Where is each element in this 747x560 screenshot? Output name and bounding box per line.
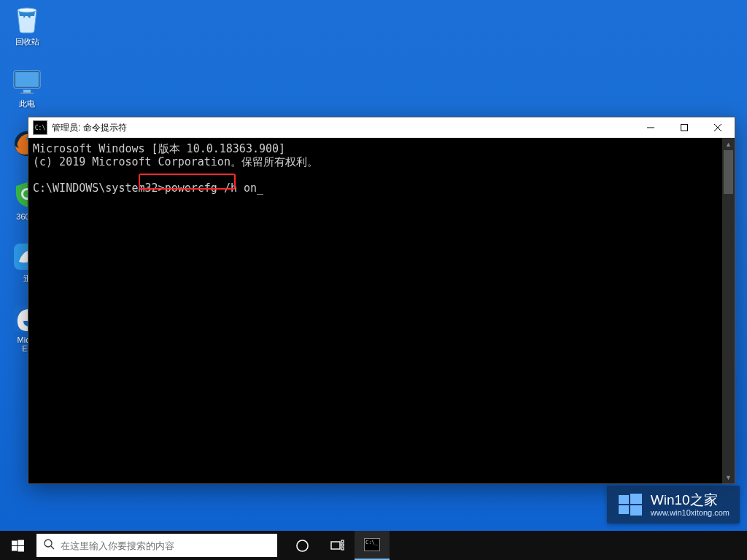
window-titlebar[interactable]: C:\ 管理员: 命令提示符 — [28, 117, 735, 138]
watermark-title: Win10之家 — [651, 492, 729, 508]
svg-rect-16 — [630, 494, 642, 504]
svg-rect-22 — [18, 546, 24, 552]
svg-rect-21 — [12, 546, 18, 551]
svg-rect-26 — [331, 542, 340, 549]
svg-rect-12 — [681, 125, 688, 131]
terminal-line: (c) 2019 Microsoft Corporation。保留所有权利。 — [33, 155, 318, 168]
terminal-scrollbar[interactable]: ▲ ▼ — [722, 138, 735, 483]
scroll-down-button[interactable]: ▼ — [722, 471, 735, 483]
svg-point-25 — [296, 540, 307, 551]
svg-rect-4 — [20, 93, 34, 94]
window-title: 管理员: 命令提示符 — [52, 122, 634, 134]
svg-rect-27 — [341, 540, 344, 542]
task-view-button[interactable] — [320, 531, 355, 560]
scroll-thumb[interactable] — [724, 150, 733, 194]
minimize-button[interactable] — [634, 117, 667, 138]
search-icon — [44, 539, 55, 552]
recycle-bin-icon — [12, 4, 42, 35]
svg-rect-29 — [341, 548, 344, 550]
command-prompt-window: C:\ 管理员: 命令提示符 Microsoft Windows [版本 10.… — [28, 117, 735, 484]
terminal-body[interactable]: Microsoft Windows [版本 10.0.18363.900] (c… — [28, 138, 735, 483]
svg-rect-17 — [619, 505, 629, 514]
taskbar-search[interactable] — [36, 534, 277, 557]
terminal-output: Microsoft Windows [版本 10.0.18363.900] (c… — [33, 142, 720, 195]
terminal-line: Microsoft Windows [版本 10.0.18363.900] — [33, 142, 285, 155]
desktop-icon-label: 此电 — [19, 98, 35, 109]
cortana-button[interactable] — [285, 531, 320, 560]
watermark-url: www.win10xitong.com — [651, 508, 729, 518]
svg-point-0 — [18, 8, 36, 12]
cmd-taskbar-icon: C:\_ — [364, 538, 380, 551]
desktop-icon-label: 回收站 — [15, 36, 39, 47]
scroll-up-button[interactable]: ▲ — [722, 138, 735, 150]
annotation-highlight — [139, 174, 236, 190]
monitor-icon — [12, 66, 42, 97]
watermark-badge: Win10之家 www.win10xitong.com — [607, 486, 740, 524]
desktop-icon-recycle-bin[interactable]: 回收站 — [7, 4, 47, 47]
search-input[interactable] — [61, 540, 270, 551]
desktop: 回收站 此电 360安 迅 — [0, 0, 747, 560]
maximize-button[interactable] — [667, 117, 701, 138]
svg-rect-19 — [12, 540, 18, 545]
start-button[interactable] — [0, 531, 35, 560]
svg-rect-15 — [619, 495, 629, 504]
window-controls — [634, 117, 735, 138]
terminal-cursor: _ — [257, 182, 263, 195]
svg-rect-3 — [23, 90, 31, 93]
svg-rect-28 — [341, 544, 344, 546]
svg-rect-2 — [15, 72, 39, 87]
windows-logo-icon — [617, 491, 643, 518]
svg-rect-20 — [18, 540, 24, 545]
taskbar-app-cmd[interactable]: C:\_ — [355, 531, 390, 560]
cmd-icon: C:\ — [33, 120, 47, 135]
close-button[interactable] — [701, 117, 735, 138]
svg-point-23 — [44, 540, 52, 547]
svg-rect-18 — [630, 505, 642, 516]
taskbar: C:\_ — [0, 531, 747, 560]
desktop-icon-this-pc[interactable]: 此电 — [7, 66, 47, 109]
svg-line-24 — [51, 546, 54, 549]
